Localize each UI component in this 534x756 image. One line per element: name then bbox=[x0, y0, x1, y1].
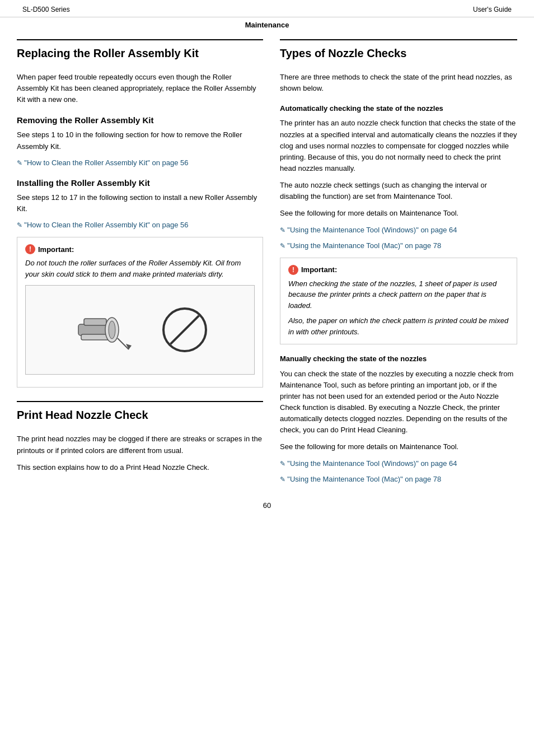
important-text-left: Do not touch the roller surfaces of the … bbox=[25, 258, 255, 279]
removing-desc: See steps 1 to 10 in the following secti… bbox=[17, 129, 263, 152]
manual-check-link1[interactable]: "Using the Maintenance Tool (Windows)" o… bbox=[280, 459, 517, 469]
print-head-section: Print Head Nozzle Check The print head n… bbox=[17, 401, 263, 473]
important-box-right: ! Important: When checking the state of … bbox=[280, 258, 517, 345]
right-column: Types of Nozzle Checks There are three m… bbox=[280, 39, 517, 490]
left-section-title: Replacing the Roller Assembly Kit bbox=[17, 39, 263, 64]
important-icon-right: ! bbox=[288, 265, 298, 275]
svg-rect-2 bbox=[81, 334, 109, 340]
left-column: Replacing the Roller Assembly Kit When p… bbox=[17, 39, 263, 490]
removing-link[interactable]: "How to Clean the Roller Assembly Kit" o… bbox=[17, 158, 263, 168]
auto-check-title: Automatically checking the state of the … bbox=[280, 103, 517, 114]
important-label-left: ! Important: bbox=[25, 244, 255, 254]
product-title: SL-D500 Series bbox=[22, 6, 70, 13]
auto-check-para1: The printer has an auto nozzle check fun… bbox=[280, 118, 517, 174]
auto-check-link1[interactable]: "Using the Maintenance Tool (Windows)" o… bbox=[280, 225, 517, 235]
section-header: Maintenance bbox=[0, 17, 534, 34]
roller-image-placeholder bbox=[73, 302, 207, 358]
installing-desc: See steps 12 to 17 in the following sect… bbox=[17, 192, 263, 214]
print-head-title: Print Head Nozzle Check bbox=[17, 401, 263, 426]
svg-point-4 bbox=[109, 321, 115, 339]
auto-check-para2: The auto nozzle check settings (such as … bbox=[280, 180, 517, 202]
print-head-intro1: The print head nozzles may be clogged if… bbox=[17, 433, 263, 456]
content-area: Replacing the Roller Assembly Kit When p… bbox=[0, 39, 534, 490]
important-text2-right: Also, the paper on which the check patte… bbox=[288, 315, 509, 337]
svg-rect-1 bbox=[84, 319, 106, 325]
roller-svg bbox=[73, 302, 146, 358]
installing-title: Installing the Roller Assembly Kit bbox=[17, 178, 263, 188]
auto-check-para3: See the following for more details on Ma… bbox=[280, 208, 517, 219]
installing-link[interactable]: "How to Clean the Roller Assembly Kit" o… bbox=[17, 220, 263, 230]
manual-check-para1: You can check the state of the nozzles b… bbox=[280, 368, 517, 436]
top-bar: SL-D500 Series User's Guide bbox=[0, 0, 534, 17]
important-icon-left: ! bbox=[25, 244, 35, 254]
right-intro: There are three methods to check the sta… bbox=[280, 72, 517, 94]
no-touch-symbol bbox=[162, 307, 207, 352]
manual-check-link2[interactable]: "Using the Maintenance Tool (Mac)" on pa… bbox=[280, 474, 517, 484]
important-label-right: ! Important: bbox=[288, 265, 509, 275]
removing-title: Removing the Roller Assembly Kit bbox=[17, 115, 263, 125]
page: SL-D500 Series User's Guide Maintenance … bbox=[0, 0, 534, 756]
page-number: 60 bbox=[0, 490, 534, 515]
important-text1-right: When checking the state of the nozzles, … bbox=[288, 278, 509, 311]
manual-check-title: Manually checking the state of the nozzl… bbox=[280, 353, 517, 365]
manual-check-para2: See the following for more details on Ma… bbox=[280, 441, 517, 452]
right-section-title: Types of Nozzle Checks bbox=[280, 39, 517, 64]
guide-title: User's Guide bbox=[473, 6, 512, 13]
auto-check-link2[interactable]: "Using the Maintenance Tool (Mac)" on pa… bbox=[280, 241, 517, 251]
left-intro: When paper feed trouble repeatedly occur… bbox=[17, 72, 263, 105]
svg-line-5 bbox=[118, 338, 129, 349]
important-box-left: ! Important: Do not touch the roller sur… bbox=[17, 237, 263, 388]
roller-image-area bbox=[25, 285, 255, 375]
print-head-intro2: This section explains how to do a Print … bbox=[17, 462, 263, 473]
svg-marker-6 bbox=[126, 344, 132, 349]
